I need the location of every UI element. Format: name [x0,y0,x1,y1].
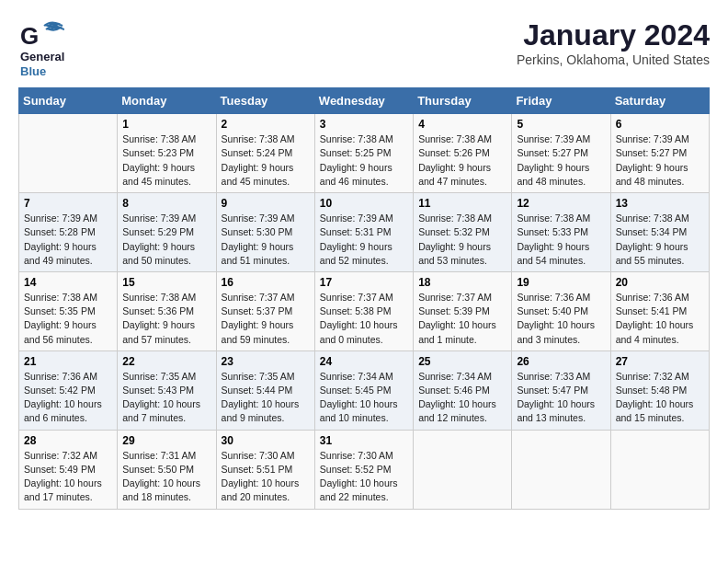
page-title: January 2024 [517,18,710,52]
calendar-cell: 12Sunrise: 7:38 AMSunset: 5:33 PMDayligh… [512,193,610,272]
calendar-cell: 26Sunrise: 7:33 AMSunset: 5:47 PMDayligh… [512,350,610,430]
day-number: 12 [517,197,605,210]
day-number: 27 [616,355,704,368]
day-info: Sunrise: 7:37 AMSunset: 5:39 PMDaylight:… [418,291,506,347]
calendar-cell: 5Sunrise: 7:39 AMSunset: 5:27 PMDaylight… [512,114,610,193]
day-info: Sunrise: 7:38 AMSunset: 5:32 PMDaylight:… [418,212,506,268]
calendar-cell: 3Sunrise: 7:38 AMSunset: 5:25 PMDaylight… [314,114,413,193]
day-number: 19 [517,276,605,289]
calendar-cell: 24Sunrise: 7:34 AMSunset: 5:45 PMDayligh… [314,350,413,430]
day-info: Sunrise: 7:37 AMSunset: 5:38 PMDaylight:… [320,291,408,347]
day-number: 26 [517,355,605,368]
calendar-cell [512,430,610,509]
calendar-cell: 13Sunrise: 7:38 AMSunset: 5:34 PMDayligh… [610,193,709,272]
weekday-header: Tuesday [216,88,314,114]
day-info: Sunrise: 7:34 AMSunset: 5:46 PMDaylight:… [418,370,506,426]
weekday-header: Monday [118,88,216,114]
title-block: January 2024 Perkins, Oklahoma, United S… [517,18,710,67]
weekday-header: Thursday [414,88,512,114]
calendar-cell: 27Sunrise: 7:32 AMSunset: 5:48 PMDayligh… [610,350,709,430]
day-number: 2 [222,118,310,131]
day-info: Sunrise: 7:36 AMSunset: 5:42 PMDaylight:… [24,370,112,426]
day-info: Sunrise: 7:35 AMSunset: 5:43 PMDaylight:… [122,370,210,426]
day-number: 8 [122,197,210,210]
day-info: Sunrise: 7:38 AMSunset: 5:34 PMDaylight:… [616,212,704,268]
day-number: 4 [418,118,506,131]
calendar-cell: 17Sunrise: 7:37 AMSunset: 5:38 PMDayligh… [314,271,413,350]
day-info: Sunrise: 7:36 AMSunset: 5:40 PMDaylight:… [517,291,605,347]
calendar-cell: 25Sunrise: 7:34 AMSunset: 5:46 PMDayligh… [414,350,512,430]
day-info: Sunrise: 7:30 AMSunset: 5:52 PMDaylight:… [320,449,408,505]
day-info: Sunrise: 7:38 AMSunset: 5:24 PMDaylight:… [222,132,310,189]
calendar-cell: 28Sunrise: 7:32 AMSunset: 5:49 PMDayligh… [19,430,118,509]
calendar-cell: 9Sunrise: 7:39 AMSunset: 5:30 PMDaylight… [216,193,314,272]
day-info: Sunrise: 7:30 AMSunset: 5:51 PMDaylight:… [222,449,310,505]
calendar-cell [19,114,118,193]
page-header: G General Blue January 2024 Perkins, Okl… [18,18,710,78]
calendar-cell: 30Sunrise: 7:30 AMSunset: 5:51 PMDayligh… [216,430,314,509]
day-info: Sunrise: 7:37 AMSunset: 5:37 PMDaylight:… [222,291,310,347]
calendar-cell: 20Sunrise: 7:36 AMSunset: 5:41 PMDayligh… [610,271,709,350]
calendar-cell: 29Sunrise: 7:31 AMSunset: 5:50 PMDayligh… [118,430,216,509]
day-number: 16 [222,276,310,289]
calendar-cell: 15Sunrise: 7:38 AMSunset: 5:36 PMDayligh… [118,271,216,350]
calendar-cell: 4Sunrise: 7:38 AMSunset: 5:26 PMDaylight… [414,114,512,193]
calendar-cell: 18Sunrise: 7:37 AMSunset: 5:39 PMDayligh… [414,271,512,350]
day-info: Sunrise: 7:39 AMSunset: 5:31 PMDaylight:… [320,212,408,268]
logo-general-text: General [20,50,64,64]
day-number: 10 [320,197,408,210]
calendar-cell: 19Sunrise: 7:36 AMSunset: 5:40 PMDayligh… [512,271,610,350]
day-info: Sunrise: 7:36 AMSunset: 5:41 PMDaylight:… [616,291,704,347]
day-info: Sunrise: 7:38 AMSunset: 5:36 PMDaylight:… [122,291,210,347]
weekday-header: Friday [512,88,610,114]
calendar-cell: 11Sunrise: 7:38 AMSunset: 5:32 PMDayligh… [414,193,512,272]
day-info: Sunrise: 7:31 AMSunset: 5:50 PMDaylight:… [122,449,210,505]
day-number: 18 [418,276,506,289]
calendar-cell: 7Sunrise: 7:39 AMSunset: 5:28 PMDaylight… [19,193,118,272]
calendar-cell: 23Sunrise: 7:35 AMSunset: 5:44 PMDayligh… [216,350,314,430]
weekday-header: Wednesday [314,88,413,114]
calendar-cell: 10Sunrise: 7:39 AMSunset: 5:31 PMDayligh… [314,193,413,272]
day-info: Sunrise: 7:39 AMSunset: 5:27 PMDaylight:… [616,132,704,189]
day-info: Sunrise: 7:33 AMSunset: 5:47 PMDaylight:… [517,370,605,426]
day-number: 31 [320,434,408,447]
day-number: 1 [122,118,210,131]
day-info: Sunrise: 7:39 AMSunset: 5:30 PMDaylight:… [222,212,310,268]
svg-text:G: G [20,22,39,50]
weekday-header: Saturday [610,88,709,114]
day-info: Sunrise: 7:39 AMSunset: 5:27 PMDaylight:… [517,132,605,189]
day-info: Sunrise: 7:35 AMSunset: 5:44 PMDaylight:… [222,370,310,426]
day-number: 11 [418,197,506,210]
calendar-cell: 22Sunrise: 7:35 AMSunset: 5:43 PMDayligh… [118,350,216,430]
day-number: 6 [616,118,704,131]
day-info: Sunrise: 7:39 AMSunset: 5:28 PMDaylight:… [24,212,112,268]
day-number: 28 [24,434,112,447]
logo: G General Blue [18,18,64,78]
day-number: 7 [24,197,112,210]
calendar-cell: 6Sunrise: 7:39 AMSunset: 5:27 PMDaylight… [610,114,709,193]
day-number: 22 [122,355,210,368]
day-info: Sunrise: 7:32 AMSunset: 5:49 PMDaylight:… [24,449,112,505]
day-number: 21 [24,355,112,368]
day-info: Sunrise: 7:38 AMSunset: 5:33 PMDaylight:… [517,212,605,268]
calendar-cell: 21Sunrise: 7:36 AMSunset: 5:42 PMDayligh… [19,350,118,430]
day-number: 20 [616,276,704,289]
day-number: 3 [320,118,408,131]
weekday-header: Sunday [19,88,118,114]
day-info: Sunrise: 7:39 AMSunset: 5:29 PMDaylight:… [122,212,210,268]
day-number: 24 [320,355,408,368]
day-info: Sunrise: 7:38 AMSunset: 5:25 PMDaylight:… [320,132,408,189]
day-number: 14 [24,276,112,289]
day-number: 23 [222,355,310,368]
calendar-cell: 16Sunrise: 7:37 AMSunset: 5:37 PMDayligh… [216,271,314,350]
calendar-cell: 2Sunrise: 7:38 AMSunset: 5:24 PMDaylight… [216,114,314,193]
page-subtitle: Perkins, Oklahoma, United States [517,52,710,67]
day-info: Sunrise: 7:38 AMSunset: 5:26 PMDaylight:… [418,132,506,189]
day-number: 17 [320,276,408,289]
day-number: 5 [517,118,605,131]
logo-blue-text: Blue [20,64,64,79]
day-info: Sunrise: 7:38 AMSunset: 5:23 PMDaylight:… [122,132,210,189]
day-info: Sunrise: 7:34 AMSunset: 5:45 PMDaylight:… [320,370,408,426]
calendar-cell: 8Sunrise: 7:39 AMSunset: 5:29 PMDaylight… [118,193,216,272]
calendar-cell: 1Sunrise: 7:38 AMSunset: 5:23 PMDaylight… [118,114,216,193]
